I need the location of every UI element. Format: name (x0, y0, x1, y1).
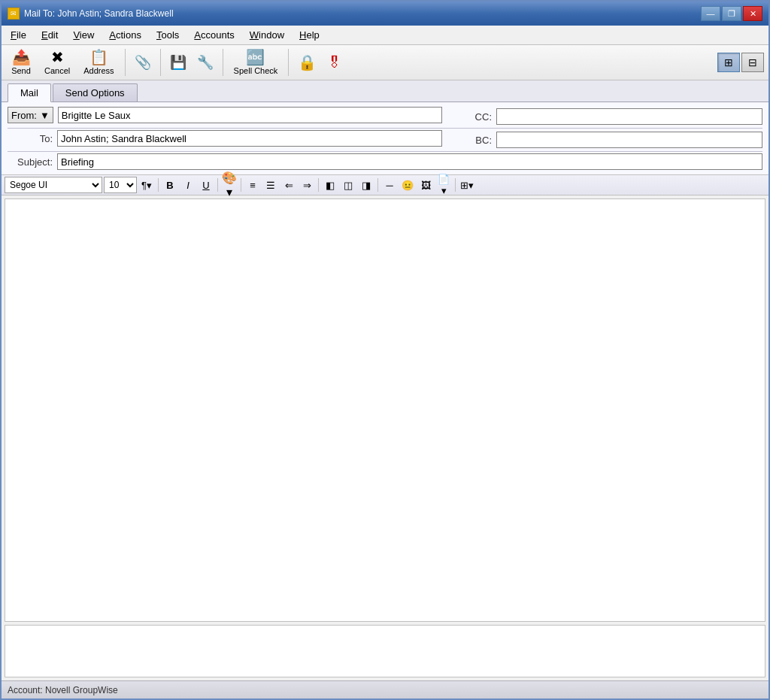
view-compact-button[interactable]: ⊟ (741, 53, 764, 72)
to-row: To: (8, 130, 442, 147)
menu-actions[interactable]: Actions (103, 27, 147, 43)
bullet-list-button[interactable]: ≡ (244, 177, 261, 193)
status-text: Account: Novell GroupWise (8, 685, 118, 695)
format-toolbar: Segoe UI 10 ¶▾ B I U 🎨▾ ≡ ☰ ⇐ ⇒ ◧ ◫ ◨ ─ … (2, 175, 768, 195)
fmt-sep-6 (455, 178, 456, 192)
fmt-sep-5 (377, 178, 378, 192)
security-lock-button[interactable]: 🔒 (294, 50, 320, 75)
bc-input[interactable] (496, 132, 762, 148)
menu-help[interactable]: Help (293, 27, 326, 43)
divider-2 (8, 151, 762, 152)
subject-input[interactable] (57, 153, 762, 170)
to-bc-row: To: BC: (8, 130, 762, 150)
fmt-sep-1 (158, 178, 159, 192)
bc-label: BC: (447, 135, 492, 146)
toolbar-separator-1 (125, 49, 126, 76)
bc-panel: BC: (447, 130, 762, 150)
align-center-button[interactable]: ◫ (340, 177, 356, 193)
menu-window[interactable]: Window (244, 27, 290, 43)
cancel-button[interactable]: ✖ Cancel (39, 47, 75, 77)
menu-edit[interactable]: Edit (35, 27, 64, 43)
from-panel: From: ▼ (8, 107, 442, 126)
from-dropdown[interactable]: From: ▼ (8, 107, 53, 123)
menu-file[interactable]: File (5, 27, 32, 43)
from-cc-row: From: ▼ CC: (8, 107, 762, 126)
italic-button[interactable]: I (180, 177, 196, 193)
minimize-button[interactable]: — (701, 6, 720, 21)
subject-row: Subject: (8, 153, 762, 170)
spell-check-icon: 🔤 (246, 50, 265, 65)
toolbar-separator-3 (223, 49, 223, 76)
font-family-select[interactable]: Segoe UI (5, 177, 102, 193)
paragraph-style-button[interactable]: ¶▾ (138, 177, 155, 193)
toolbar: 📤 Send ✖ Cancel 📋 Address 📎 💾 🔧 🔤 Spell … (2, 45, 768, 80)
status-bar: Account: Novell GroupWise (2, 680, 768, 698)
toolbar-separator-4 (288, 49, 289, 76)
close-button[interactable]: ✕ (743, 6, 762, 21)
underline-button[interactable]: U (198, 177, 214, 193)
email-body-input[interactable] (5, 198, 765, 622)
certificate-icon: 🎖 (327, 54, 342, 71)
color-button[interactable]: 🎨▾ (221, 177, 238, 193)
toolbar-separator-2 (160, 49, 161, 76)
title-controls: — ❐ ✕ (701, 6, 762, 21)
divider-1 (8, 128, 762, 129)
app-icon: ✉ (8, 8, 20, 20)
from-row: From: ▼ (8, 107, 442, 123)
bold-button[interactable]: B (162, 177, 178, 193)
insert-button[interactable]: 📄▾ (435, 177, 452, 193)
save-button[interactable]: 💾 (166, 50, 190, 74)
fmt-sep-3 (241, 178, 241, 192)
attach-button[interactable]: 📎 (131, 50, 155, 74)
table-button[interactable]: ⊞▾ (459, 177, 475, 193)
from-input[interactable] (58, 107, 442, 123)
signature-area[interactable] (5, 625, 765, 677)
cancel-icon: ✖ (51, 50, 64, 65)
menu-view[interactable]: View (67, 27, 100, 43)
to-input[interactable] (57, 130, 442, 147)
send-button[interactable]: 📤 Send (6, 47, 36, 77)
maximize-button[interactable]: ❐ (722, 6, 741, 21)
dropdown-arrow-icon: ▼ (40, 110, 50, 121)
main-window: ✉ Mail To: John Astin; Sandra Blackwell … (0, 0, 770, 700)
emoji-button[interactable]: 😐 (399, 177, 416, 193)
horizontal-rule-button[interactable]: ─ (381, 177, 398, 193)
title-bar: ✉ Mail To: John Astin; Sandra Blackwell … (2, 2, 768, 26)
to-panel: To: (8, 130, 442, 150)
attach-icon: 📎 (135, 54, 151, 71)
to-label: To: (8, 133, 53, 144)
fmt-sep-2 (217, 178, 218, 192)
lock-icon: 🔒 (298, 53, 317, 71)
address-button[interactable]: 📋 Address (78, 47, 119, 77)
save-icon: 💾 (170, 54, 186, 71)
cc-panel: CC: (447, 107, 762, 126)
compose-form: From: ▼ CC: To: BC: (2, 102, 768, 175)
fmt-sep-4 (318, 178, 319, 192)
tabs-bar: Mail Send Options (2, 80, 768, 102)
tab-mail[interactable]: Mail (8, 83, 51, 102)
options-button[interactable]: 🔧 (193, 50, 217, 74)
increase-indent-button[interactable]: ⇒ (299, 177, 315, 193)
menu-accounts[interactable]: Accounts (188, 27, 240, 43)
numbered-list-button[interactable]: ☰ (262, 177, 279, 193)
align-right-button[interactable]: ◨ (358, 177, 374, 193)
cc-input[interactable] (496, 108, 762, 125)
send-icon: 📤 (12, 50, 31, 65)
menu-tools[interactable]: Tools (150, 27, 185, 43)
body-area (2, 195, 768, 680)
image-button[interactable]: 🖼 (417, 177, 434, 193)
spell-check-button[interactable]: 🔤 Spell Check (229, 47, 283, 77)
tab-send-options[interactable]: Send Options (53, 83, 138, 102)
align-left-button[interactable]: ◧ (322, 177, 338, 193)
view-normal-button[interactable]: ⊞ (717, 53, 740, 72)
font-size-select[interactable]: 10 (104, 177, 137, 193)
window-title: Mail To: John Astin; Sandra Blackwell (24, 8, 696, 19)
view-toggle-buttons: ⊞ ⊟ (717, 53, 764, 72)
subject-label: Subject: (8, 156, 53, 168)
address-icon: 📋 (89, 50, 108, 65)
menu-bar: File Edit View Actions Tools Accounts Wi… (2, 26, 768, 45)
decrease-indent-button[interactable]: ⇐ (280, 177, 297, 193)
certificate-button[interactable]: 🎖 (323, 50, 346, 75)
cc-label: CC: (447, 111, 492, 123)
options-icon: 🔧 (197, 54, 214, 71)
